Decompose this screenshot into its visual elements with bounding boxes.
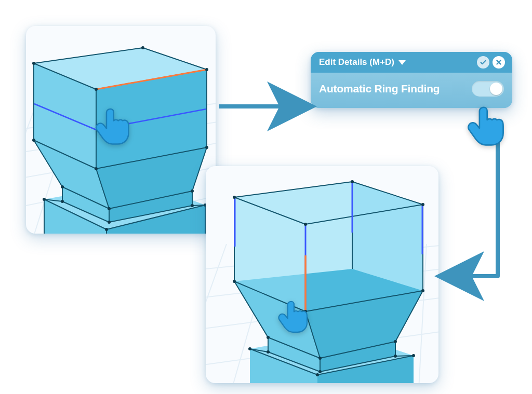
svg-point-31 bbox=[61, 185, 64, 188]
svg-point-27 bbox=[95, 88, 98, 91]
svg-point-37 bbox=[43, 198, 46, 201]
svg-point-71 bbox=[233, 280, 236, 283]
svg-point-26 bbox=[205, 68, 208, 71]
chevron-down-icon bbox=[398, 60, 406, 65]
svg-point-70 bbox=[304, 223, 307, 226]
svg-point-78 bbox=[318, 370, 322, 373]
svg-point-72 bbox=[304, 310, 307, 313]
edit-details-panel: Edit Details (M+D) Automatic Ring Findin… bbox=[311, 52, 512, 108]
panel-title: Edit Details (M+D) bbox=[319, 57, 394, 67]
svg-point-75 bbox=[318, 357, 322, 360]
viewport-after bbox=[206, 166, 438, 383]
svg-point-67 bbox=[233, 196, 236, 199]
svg-point-76 bbox=[394, 340, 397, 343]
toggle-knob bbox=[490, 83, 502, 95]
svg-point-77 bbox=[267, 350, 270, 354]
flow-arrow-1 bbox=[217, 93, 311, 119]
viewport-before bbox=[26, 26, 216, 234]
svg-point-68 bbox=[351, 180, 354, 183]
svg-point-36 bbox=[191, 204, 194, 207]
svg-point-69 bbox=[421, 203, 424, 206]
svg-point-80 bbox=[248, 347, 251, 350]
close-button[interactable] bbox=[493, 56, 505, 69]
confirm-button[interactable] bbox=[477, 56, 489, 69]
svg-point-74 bbox=[267, 336, 270, 339]
svg-point-24 bbox=[32, 62, 35, 65]
svg-point-25 bbox=[141, 46, 144, 49]
svg-point-28 bbox=[32, 139, 35, 142]
svg-point-33 bbox=[191, 189, 194, 193]
automatic-ring-finding-toggle[interactable] bbox=[472, 81, 504, 97]
svg-point-32 bbox=[108, 207, 111, 210]
svg-point-34 bbox=[61, 200, 64, 203]
svg-point-35 bbox=[108, 221, 111, 224]
svg-point-38 bbox=[105, 228, 108, 231]
svg-point-82 bbox=[412, 354, 415, 357]
pointing-hand-cursor-icon bbox=[466, 102, 510, 146]
setting-label: Automatic Ring Finding bbox=[319, 83, 440, 95]
svg-point-79 bbox=[394, 355, 397, 358]
flow-arrow-2 bbox=[441, 120, 508, 287]
svg-point-81 bbox=[316, 373, 319, 376]
panel-header[interactable]: Edit Details (M+D) bbox=[311, 52, 512, 73]
svg-marker-61 bbox=[234, 182, 352, 281]
svg-point-30 bbox=[205, 146, 208, 149]
svg-point-29 bbox=[95, 167, 98, 170]
svg-point-73 bbox=[421, 289, 424, 292]
